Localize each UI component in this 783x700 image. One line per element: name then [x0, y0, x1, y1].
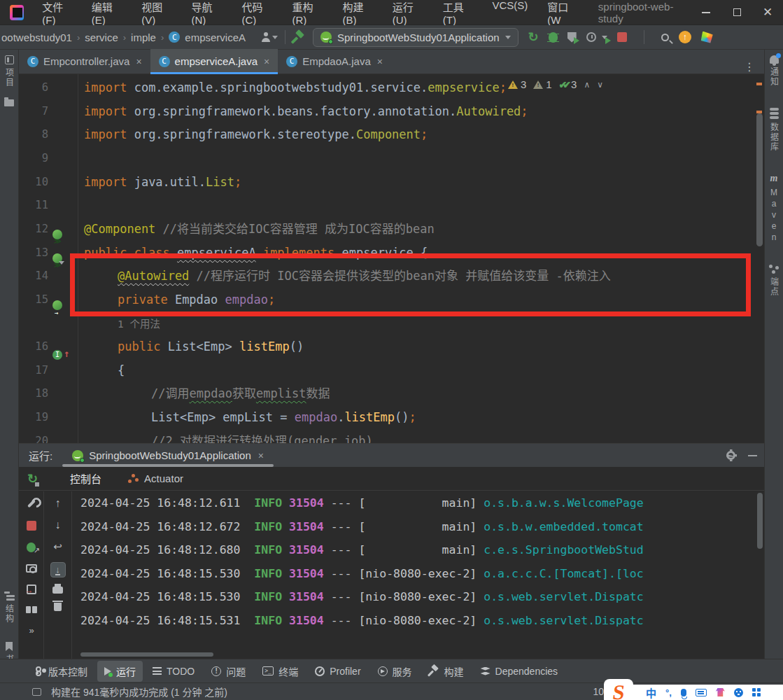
- menu-运行U[interactable]: 运行(U): [384, 0, 432, 29]
- menu-文件F[interactable]: 文件(F): [34, 0, 80, 29]
- toolwindow-button-Dependencies[interactable]: Dependencies: [474, 662, 565, 680]
- code-line-10[interactable]: 10import java.util.List;: [19, 170, 764, 194]
- toolwindow-button-构建[interactable]: 构建: [422, 661, 471, 682]
- debug-attach-icon[interactable]: [27, 542, 36, 552]
- run-tab-Actuator[interactable]: Actuator: [128, 472, 183, 484]
- more-vert-icon[interactable]: ⋮: [735, 60, 764, 74]
- code-line-6[interactable]: 6import com.example.springbootwebstudy01…: [19, 76, 764, 99]
- gear-icon[interactable]: [726, 451, 735, 460]
- toolwindow-button-服务[interactable]: 服务: [371, 661, 419, 682]
- menu-窗口W[interactable]: 窗口(W: [539, 0, 586, 29]
- warnings-badge[interactable]: ! 3: [508, 78, 526, 90]
- run-session-tab[interactable]: SpringbootWebStudy01Application ×: [66, 444, 269, 467]
- emoji-icon[interactable]: [734, 688, 743, 697]
- ime-toolbar[interactable]: S 中 °,: [609, 685, 783, 700]
- code-line-20[interactable]: 20//2 对数据进行转换处理(gender job): [19, 429, 764, 443]
- toolbox-icon[interactable]: [701, 31, 713, 43]
- stop-red-icon[interactable]: [27, 521, 36, 531]
- stripe-button-folder-icon[interactable]: [4, 97, 14, 106]
- passed-badge[interactable]: ✔✔ 3: [559, 78, 577, 90]
- stripe-button-端点[interactable]: 端点: [768, 265, 780, 297]
- code-line-12[interactable]: 12≫@Component //将当前类交给IOC容器管理 成为IOC容器的be…: [19, 217, 764, 241]
- console-hscrollbar[interactable]: [80, 652, 213, 657]
- exit-icon[interactable]: [27, 584, 36, 594]
- close-icon[interactable]: ×: [377, 56, 383, 67]
- close-icon[interactable]: ×: [258, 450, 264, 461]
- weak-warnings-badge[interactable]: ! 1: [533, 78, 551, 90]
- camera-icon[interactable]: [26, 564, 37, 573]
- profiler-run-icon[interactable]: [586, 32, 607, 42]
- sogou-logo-icon[interactable]: S: [604, 679, 633, 700]
- run-configuration-select[interactable]: SpringbootWebStudy01Application: [313, 28, 519, 47]
- close-icon[interactable]: ×: [264, 56, 269, 67]
- code-line-8[interactable]: 8import org.springframework.stereotype.C…: [19, 122, 764, 146]
- mic-icon[interactable]: [681, 689, 686, 696]
- code-line-11[interactable]: 11: [19, 193, 764, 217]
- menu-工具T[interactable]: 工具(T): [435, 0, 481, 29]
- toolwindow-button-TODO[interactable]: TODO: [146, 662, 202, 680]
- menu-编辑E[interactable]: 编辑(E): [83, 0, 130, 29]
- build-hammer-icon[interactable]: [292, 31, 304, 43]
- close-icon[interactable]: ×: [136, 56, 141, 67]
- scroll-end-icon[interactable]: ↓: [50, 562, 66, 578]
- toolwindow-button-终端[interactable]: >_终端: [255, 661, 305, 682]
- breadcrumb-item[interactable]: empserviceA: [185, 31, 246, 43]
- wrench-icon[interactable]: [26, 498, 36, 509]
- next-problem-button[interactable]: ∨: [597, 80, 603, 90]
- close-button[interactable]: ✕: [752, 0, 783, 25]
- stripe-button-通知[interactable]: 通知: [768, 55, 780, 87]
- breadcrumb-item[interactable]: imple: [131, 31, 156, 43]
- tab-empserviceA.java[interactable]: CempserviceA.java×: [150, 49, 278, 74]
- menu-重构R[interactable]: 重构(R): [283, 0, 331, 29]
- layout-icon[interactable]: [32, 688, 41, 696]
- more-chevrons-icon[interactable]: »: [29, 625, 33, 636]
- prev-problem-button[interactable]: ∧: [584, 80, 590, 90]
- tab-Empcontroller.java[interactable]: CEmpcontroller.java×: [19, 49, 150, 74]
- search-icon[interactable]: [661, 34, 669, 41]
- maximize-button[interactable]: [721, 0, 752, 25]
- layout-icon[interactable]: [26, 606, 37, 613]
- breadcrumb-item[interactable]: service: [85, 31, 118, 43]
- stripe-button-项目[interactable]: 项目: [3, 55, 15, 88]
- keyboard-icon[interactable]: [696, 689, 707, 696]
- menu-构建B[interactable]: 构建(B): [334, 0, 381, 29]
- minimize-button[interactable]: [691, 0, 721, 25]
- code-line-7[interactable]: 7import org.springframework.beans.factor…: [19, 99, 764, 123]
- grid-icon[interactable]: [752, 688, 761, 696]
- inspection-widget[interactable]: ! 3 ! 1 ✔✔ 3 ∧ ∨: [508, 78, 603, 90]
- printer-icon[interactable]: [52, 587, 63, 594]
- user-account-button[interactable]: [261, 32, 278, 42]
- stripe-button-Maven[interactable]: mMaven: [769, 173, 779, 244]
- stop-icon[interactable]: [617, 32, 627, 42]
- arrow-down-icon[interactable]: ↓: [55, 519, 61, 531]
- tab-EmpdaoA.java[interactable]: CEmpdaoA.java×: [278, 49, 391, 74]
- stripe-button-结构[interactable]: 结构: [3, 592, 15, 624]
- breadcrumb-item[interactable]: ootwebstudy01: [1, 31, 72, 43]
- arrow-up-icon[interactable]: ↑: [55, 497, 61, 510]
- menu-导航N[interactable]: 导航(N): [183, 0, 230, 29]
- trash-icon[interactable]: [54, 603, 62, 611]
- hide-panel-icon[interactable]: [748, 455, 757, 456]
- editor-scrollbar[interactable]: [756, 113, 763, 246]
- console-output[interactable]: 2024-04-25 16:48:12.611 INFO 31504 --- […: [72, 491, 754, 649]
- code-line-16[interactable]: 16I↑public List<Emp> listEmp(): [19, 335, 764, 358]
- rerun-icon[interactable]: ↻: [528, 29, 539, 45]
- debug-icon[interactable]: [549, 32, 558, 43]
- update-icon[interactable]: ↑: [679, 31, 691, 43]
- menu-代码C[interactable]: 代码(C): [233, 0, 281, 29]
- punctuation-icon[interactable]: °,: [665, 687, 672, 698]
- code-line-19[interactable]: 19List<Emp> empList = empdao.listEmp();: [19, 405, 764, 429]
- code-line-9[interactable]: 9: [19, 146, 764, 170]
- toolwindow-button-运行[interactable]: 运行: [97, 661, 143, 682]
- ime-language-toggle[interactable]: 中: [646, 685, 656, 700]
- code-line-17[interactable]: 17{: [19, 358, 764, 382]
- console-vscrollbar[interactable]: [757, 493, 763, 549]
- run-tab-控制台[interactable]: 控制台: [70, 471, 101, 486]
- menu-VCSS[interactable]: VCS(S): [484, 0, 536, 29]
- toolwindow-button-版本控制[interactable]: 版本控制: [28, 661, 94, 682]
- toolwindow-button-Profiler[interactable]: Profiler: [308, 662, 367, 680]
- stripe-button-数据库[interactable]: 数据库: [768, 108, 780, 152]
- coverage-icon[interactable]: [567, 32, 577, 43]
- toolwindow-button-问题[interactable]: !问题: [204, 661, 253, 682]
- code-line-18[interactable]: 18//调用empdao获取emplist数据: [19, 382, 764, 405]
